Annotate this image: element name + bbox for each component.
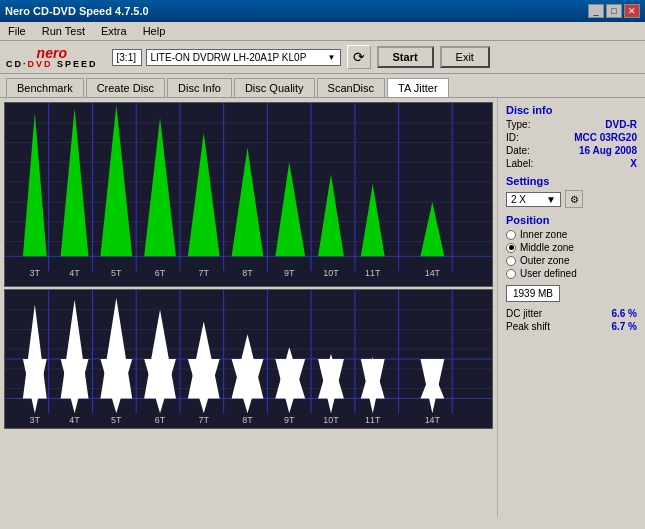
disc-id-row: ID: MCC 03RG20 bbox=[506, 132, 637, 143]
menu-help[interactable]: Help bbox=[139, 24, 170, 38]
position-middle-radio[interactable] bbox=[506, 243, 516, 253]
chart-top-svg: 3T 4T 5T 6T 7T 8T 9T 10T 11T 14T bbox=[5, 103, 492, 286]
drive-selector: [3:1] LITE-ON DVDRW LH-20A1P KL0P ▼ bbox=[112, 49, 341, 66]
position-user-row: User defined bbox=[506, 268, 637, 279]
position-outer-row: Outer zone bbox=[506, 255, 637, 266]
peak-shift-value: 6.7 % bbox=[611, 321, 637, 332]
tab-create-disc[interactable]: Create Disc bbox=[86, 78, 165, 97]
minimize-button[interactable]: _ bbox=[588, 4, 604, 18]
window-controls: _ □ ✕ bbox=[588, 4, 640, 18]
disc-label-value: X bbox=[630, 158, 637, 169]
svg-text:3T: 3T bbox=[30, 268, 41, 278]
position-inner-row: Inner zone bbox=[506, 229, 637, 240]
combo-arrow-icon: ▼ bbox=[328, 53, 336, 62]
position-outer-radio[interactable] bbox=[506, 256, 516, 266]
speed-combo-text: 2 X bbox=[511, 194, 526, 205]
refresh-button[interactable]: ⟳ bbox=[347, 45, 371, 69]
svg-text:5T: 5T bbox=[111, 415, 122, 425]
settings-title: Settings bbox=[506, 175, 637, 187]
menu-extra[interactable]: Extra bbox=[97, 24, 131, 38]
dc-jitter-value: 6.6 % bbox=[611, 308, 637, 319]
position-inner-label: Inner zone bbox=[520, 229, 567, 240]
tab-benchmark[interactable]: Benchmark bbox=[6, 78, 84, 97]
dc-jitter-label: DC jitter bbox=[506, 308, 542, 319]
menu-bar: File Run Test Extra Help bbox=[0, 22, 645, 41]
start-button[interactable]: Start bbox=[377, 46, 434, 68]
menu-file[interactable]: File bbox=[4, 24, 30, 38]
speed-combo[interactable]: 2 X ▼ bbox=[506, 192, 561, 207]
svg-text:4T: 4T bbox=[69, 268, 80, 278]
tab-disc-info[interactable]: Disc Info bbox=[167, 78, 232, 97]
disc-id-label: ID: bbox=[506, 132, 519, 143]
chart-bottom: 3T 4T 5T 6T 7T 8T 9T 10T 11T 14T bbox=[4, 289, 493, 429]
svg-text:14T: 14T bbox=[425, 415, 441, 425]
svg-text:8T: 8T bbox=[242, 268, 253, 278]
disc-type-label: Type: bbox=[506, 119, 530, 130]
chart-bottom-svg: 3T 4T 5T 6T 7T 8T 9T 10T 11T 14T bbox=[5, 290, 492, 428]
svg-text:11T: 11T bbox=[365, 415, 381, 425]
svg-text:4T: 4T bbox=[69, 415, 80, 425]
svg-text:5T: 5T bbox=[111, 268, 122, 278]
logo-nero: nero bbox=[37, 46, 67, 60]
disc-type-row: Type: DVD-R bbox=[506, 119, 637, 130]
disc-date-row: Date: 16 Aug 2008 bbox=[506, 145, 637, 156]
window-title: Nero CD-DVD Speed 4.7.5.0 bbox=[5, 5, 149, 17]
position-user-label: User defined bbox=[520, 268, 577, 279]
svg-text:9T: 9T bbox=[284, 415, 295, 425]
drive-label: [3:1] bbox=[112, 49, 142, 66]
tab-scan-disc[interactable]: ScanDisc bbox=[317, 78, 385, 97]
sidebar: Disc info Type: DVD-R ID: MCC 03RG20 Dat… bbox=[497, 98, 645, 517]
svg-text:10T: 10T bbox=[323, 268, 339, 278]
drive-combo[interactable]: LITE-ON DVDRW LH-20A1P KL0P ▼ bbox=[146, 49, 341, 66]
position-inner-radio[interactable] bbox=[506, 230, 516, 240]
dc-jitter-row: DC jitter 6.6 % bbox=[506, 308, 637, 319]
speed-combo-arrow-icon: ▼ bbox=[546, 194, 556, 205]
svg-text:7T: 7T bbox=[199, 415, 210, 425]
settings-icon-button[interactable]: ⚙ bbox=[565, 190, 583, 208]
svg-text:7T: 7T bbox=[199, 268, 210, 278]
chart-area: 3T 4T 5T 6T 7T 8T 9T 10T 11T 14T bbox=[0, 98, 497, 517]
svg-text:11T: 11T bbox=[365, 268, 381, 278]
position-outer-label: Outer zone bbox=[520, 255, 569, 266]
svg-text:6T: 6T bbox=[155, 415, 166, 425]
disc-info-title: Disc info bbox=[506, 104, 637, 116]
svg-text:14T: 14T bbox=[425, 268, 441, 278]
position-title: Position bbox=[506, 214, 637, 226]
svg-text:10T: 10T bbox=[323, 415, 339, 425]
menu-run-test[interactable]: Run Test bbox=[38, 24, 89, 38]
disc-date-label: Date: bbox=[506, 145, 530, 156]
svg-text:8T: 8T bbox=[242, 415, 253, 425]
disc-type-value: DVD-R bbox=[605, 119, 637, 130]
disc-label-label: Label: bbox=[506, 158, 533, 169]
svg-text:9T: 9T bbox=[284, 268, 295, 278]
tab-disc-quality[interactable]: Disc Quality bbox=[234, 78, 315, 97]
logo-area: nero CD·DVD SPEED bbox=[6, 46, 98, 69]
svg-text:3T: 3T bbox=[30, 415, 41, 425]
chart-top: 3T 4T 5T 6T 7T 8T 9T 10T 11T 14T bbox=[4, 102, 493, 287]
disc-id-value: MCC 03RG20 bbox=[574, 132, 637, 143]
position-user-radio[interactable] bbox=[506, 269, 516, 279]
exit-button[interactable]: Exit bbox=[440, 46, 490, 68]
settings-speed-row: 2 X ▼ ⚙ bbox=[506, 190, 637, 208]
disc-label-row: Label: X bbox=[506, 158, 637, 169]
position-middle-row: Middle zone bbox=[506, 242, 637, 253]
logo-sub: CD·DVD SPEED bbox=[6, 60, 98, 69]
tab-ta-jitter[interactable]: TA Jitter bbox=[387, 78, 449, 97]
peak-shift-row: Peak shift 6.7 % bbox=[506, 321, 637, 332]
tabs-bar: Benchmark Create Disc Disc Info Disc Qua… bbox=[0, 74, 645, 98]
content-area: 3T 4T 5T 6T 7T 8T 9T 10T 11T 14T bbox=[0, 98, 645, 517]
mb-value: 1939 MB bbox=[506, 285, 560, 302]
close-button[interactable]: ✕ bbox=[624, 4, 640, 18]
position-middle-label: Middle zone bbox=[520, 242, 574, 253]
maximize-button[interactable]: □ bbox=[606, 4, 622, 18]
svg-text:6T: 6T bbox=[155, 268, 166, 278]
toolbar: nero CD·DVD SPEED [3:1] LITE-ON DVDRW LH… bbox=[0, 41, 645, 74]
title-bar: Nero CD-DVD Speed 4.7.5.0 _ □ ✕ bbox=[0, 0, 645, 22]
peak-shift-label: Peak shift bbox=[506, 321, 550, 332]
drive-combo-text: LITE-ON DVDRW LH-20A1P KL0P bbox=[151, 52, 307, 63]
disc-date-value: 16 Aug 2008 bbox=[579, 145, 637, 156]
